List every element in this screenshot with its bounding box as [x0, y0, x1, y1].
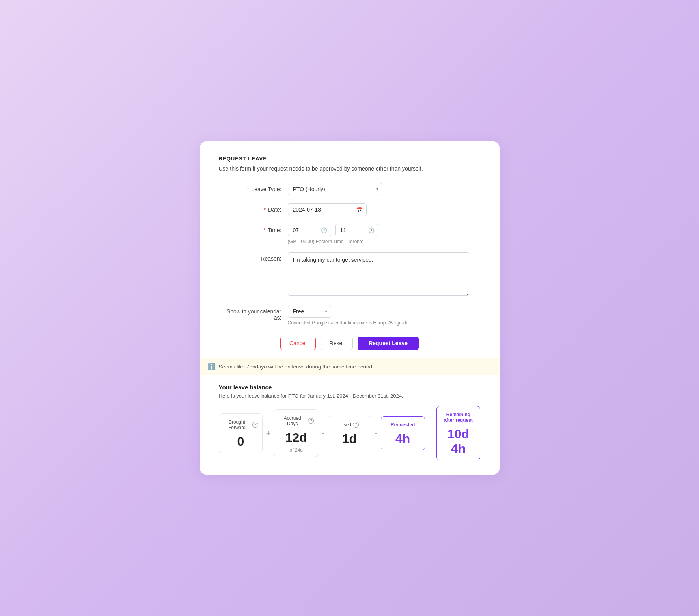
brought-forward-label: Brought Forward ? [223, 419, 259, 430]
remaining-cell: Remaining after request 10d 4h [436, 406, 481, 460]
calendar-row: Show in your calendar as: Free Busy Tent… [219, 305, 481, 326]
reason-row: Reason: I'm taking my car to get service… [219, 252, 481, 297]
time-label: * Time: [219, 224, 288, 233]
reset-button[interactable]: Reset [321, 337, 353, 350]
balance-title: Your leave balance [219, 384, 481, 391]
minus-operator-1: - [318, 428, 327, 438]
accrued-days-label: Accrued Days ? [278, 415, 314, 426]
plus-operator: + [263, 428, 274, 438]
page-title: REQUEST LEAVE [219, 156, 481, 162]
leave-type-select-wrapper: PTO (Hourly) PTO (Daily) Sick Leave Othe… [288, 183, 382, 195]
calendar-label: Show in your calendar as: [219, 305, 288, 321]
reason-control: I'm taking my car to get serviced. [288, 252, 481, 297]
brought-forward-cell: Brought Forward ? 0 [219, 413, 263, 453]
used-cell: Used ? 1d [328, 416, 372, 450]
reason-textarea[interactable]: I'm taking my car to get serviced. [288, 252, 469, 296]
date-control: 📅 [288, 203, 481, 216]
remaining-value: 10d 4h [441, 427, 476, 456]
calendar-select[interactable]: Free Busy Tentative [288, 305, 331, 318]
leave-type-label: * Leave Type: [219, 183, 288, 192]
time-inputs-row: 🕐 🕐 [288, 224, 481, 236]
accrued-days-help-icon[interactable]: ? [308, 418, 314, 424]
calendar-select-inner: Free Busy Tentative ▾ [288, 305, 331, 318]
button-row: Cancel Reset Request Leave [219, 337, 481, 350]
equals-operator: = [425, 428, 436, 438]
used-label: Used ? [332, 422, 367, 428]
brought-forward-help-icon[interactable]: ? [252, 422, 258, 428]
required-star: * [247, 186, 249, 192]
calendar-select-wrapper: Free Busy Tentative ▾ [288, 305, 481, 318]
required-star-time: * [263, 227, 265, 233]
time-end-input[interactable] [335, 224, 378, 236]
reason-label: Reason: [219, 252, 288, 262]
required-star-date: * [264, 207, 266, 213]
date-input-wrapper: 📅 [288, 203, 367, 216]
request-leave-button[interactable]: Request Leave [358, 337, 419, 350]
calendar-control: Free Busy Tentative ▾ Connected Google c… [288, 305, 481, 326]
time-row: * Time: 🕐 🕐 (GMT-05:00) Eastern Time - T… [219, 224, 481, 244]
remaining-label: Remaining after request [441, 412, 476, 423]
brought-forward-value: 0 [223, 434, 259, 449]
alert-banner: ℹ️ Seems like Zendaya will be on leave d… [200, 358, 500, 375]
cancel-button[interactable]: Cancel [280, 337, 316, 350]
leave-type-row: * Leave Type: PTO (Hourly) PTO (Daily) S… [219, 183, 481, 195]
accrued-days-cell: Accrued Days ? 12d of 24d [274, 409, 318, 457]
requested-value: 4h [385, 432, 421, 446]
page-subtitle: Use this form if your request needs to b… [219, 166, 481, 172]
balance-row: Brought Forward ? 0 + Accrued Days ? 12d… [219, 406, 481, 460]
time-start-input[interactable] [288, 224, 331, 236]
time-control: 🕐 🕐 (GMT-05:00) Eastern Time - Toronto [288, 224, 481, 244]
timezone-hint: (GMT-05:00) Eastern Time - Toronto [288, 239, 481, 244]
requested-label: Requested [385, 422, 421, 428]
request-leave-card: REQUEST LEAVE Use this form if your requ… [200, 141, 500, 475]
info-icon: ℹ️ [208, 363, 216, 370]
leave-type-control: PTO (Hourly) PTO (Daily) Sick Leave Othe… [288, 183, 481, 195]
date-input[interactable] [288, 203, 367, 216]
date-row: * Date: 📅 [219, 203, 481, 216]
time-end-wrapper: 🕐 [335, 224, 378, 236]
calendar-hint: Connected Google calendar timezone is Eu… [288, 320, 481, 326]
balance-period: Here is your leave balance for PTO for J… [219, 393, 481, 399]
leave-balance-section: Your leave balance Here is your leave ba… [219, 384, 481, 460]
minus-operator-2: - [371, 428, 380, 438]
requested-cell: Requested 4h [381, 416, 425, 450]
used-value: 1d [332, 432, 367, 446]
accrued-days-value: 12d [278, 430, 314, 445]
accrued-days-sub: of 24d [278, 447, 314, 453]
date-label: * Date: [219, 203, 288, 213]
time-start-wrapper: 🕐 [288, 224, 331, 236]
used-help-icon[interactable]: ? [353, 422, 359, 428]
leave-type-select[interactable]: PTO (Hourly) PTO (Daily) Sick Leave Othe… [288, 183, 382, 195]
alert-message: Seems like Zendaya will be on leave duri… [219, 364, 374, 370]
